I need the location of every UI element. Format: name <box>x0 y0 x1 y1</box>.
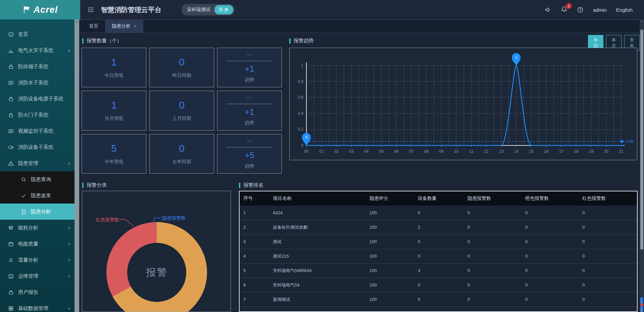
svg-text:01: 01 <box>319 149 324 154</box>
sidebar-item-video-monitor[interactable]: 视频监控子系统 <box>0 123 75 139</box>
stat-label: 今日用电 <box>105 73 123 79</box>
tab-danger-analysis[interactable]: 隐患分析 × <box>105 20 143 33</box>
app-header: Acrel 智慧消防管理云平台 安科瑞测试 切 换 2 ? admin Engl… <box>0 0 644 19</box>
table-row[interactable]: 6安科瑞电气541000000 <box>240 278 637 292</box>
sidebar-item-label: 基础数据管理 <box>18 305 48 312</box>
alarm-rank-table-card: 序号 项目名称 隐患评分 设备数量 隐患报警数 橙色报警数 红色报警数 1432… <box>239 191 638 312</box>
svg-text:05: 05 <box>379 149 384 154</box>
stat-card-day-trend: +-- +1 趋势 <box>217 48 282 87</box>
title-accent-bar <box>82 183 84 188</box>
sidebar-item-ops-management[interactable]: 运维管理 ∨ <box>0 268 75 284</box>
sidebar-item-smoke-control[interactable]: 防排烟子系统 <box>0 58 75 75</box>
sidebar-item-fire-door[interactable]: 防火门子系统 <box>0 107 75 123</box>
alarm-trend-line-chart[interactable]: 00.20.40.60.8100010203040506070809101112… <box>290 48 637 160</box>
broadcast-speaker-icon[interactable] <box>545 6 551 13</box>
content: 报警数量（个） 1 今日用电 0 昨日同期 +-- +1 趋势 1 当月用电 <box>79 33 640 312</box>
chevron-down-icon: ∨ <box>68 258 70 262</box>
calendar-check-icon <box>8 273 14 279</box>
sidebar-item-fire-water[interactable]: 消防水子系统 <box>0 75 75 91</box>
hidden-danger-submenu: 隐患查询 隐患派发 隐患分析 <box>0 171 75 220</box>
logo-text: Acrel <box>34 5 58 15</box>
sidebar-item-label: 运维管理 <box>18 273 38 279</box>
table-row[interactable]: 143241000000 <box>240 206 637 220</box>
calendar-icon <box>8 241 14 247</box>
sidebar-item-danger-analysis[interactable]: 隐患分析 <box>0 204 75 220</box>
main-area: 首页 隐患分析 × 报警数量（个） 1 今日用电 0 昨日同期 +-- +1 <box>79 19 640 312</box>
lock-icon <box>8 96 14 102</box>
stat-value: 5 <box>111 143 117 154</box>
switch-project-button[interactable]: 切 换 <box>214 5 233 14</box>
table-row[interactable]: 4测试2151000000 <box>240 249 637 263</box>
scroll-up-icon[interactable]: ∧ <box>641 20 643 23</box>
scrollbar-thumb[interactable] <box>640 30 643 250</box>
project-switcher: 安科瑞测试 切 换 <box>182 4 235 15</box>
stat-card-yesterday: 0 昨日同期 <box>149 48 214 87</box>
project-name: 安科瑞测试 <box>187 7 210 13</box>
scroll-down-icon[interactable]: ∨ <box>641 309 643 312</box>
stat-card-last-month: 0 上月同期 <box>149 91 214 130</box>
menu-fold-icon[interactable] <box>88 6 94 13</box>
sidebar-item-danger-query[interactable]: 隐患查询 <box>0 171 75 187</box>
tab-home[interactable]: 首页 <box>82 20 105 33</box>
sidebar-item-fire-power[interactable]: 消防设备电源子系统 <box>0 91 75 107</box>
svg-text:09: 09 <box>439 149 444 154</box>
page-scrollbar[interactable]: ∧ ∨ <box>640 19 644 312</box>
sidebar-item-demand-analysis[interactable]: 需量分析 ∨ <box>0 252 75 268</box>
chevron-down-icon: ∨ <box>68 226 70 230</box>
table-row[interactable]: 7新增测试1000000 <box>240 292 637 307</box>
stat-value: +5 <box>245 150 254 160</box>
divider <box>227 147 273 147</box>
sidebar-item-user-report[interactable]: 用户报告 <box>0 284 75 300</box>
chevron-up-icon: ∧ <box>68 161 70 166</box>
sidebar-item-energy-analysis[interactable]: 能耗分析 ∨ <box>0 220 75 236</box>
camera-icon <box>8 144 14 150</box>
table-row[interactable]: 2设备拓扑测试勿删1002000 <box>240 220 637 234</box>
table-row-partial <box>240 307 637 312</box>
language-switch[interactable]: English <box>616 7 633 13</box>
tab-label: 首页 <box>89 23 98 29</box>
scroll-up-icon[interactable]: ∧ <box>75 19 79 24</box>
column-header: 橙色报警数 <box>522 191 579 206</box>
stat-label: 昨日同期 <box>172 73 191 79</box>
sidebar-item-electrical-fire[interactable]: 电气火灾子系统 ∨ <box>0 42 75 58</box>
stat-card-last-year: 0 去年同期 <box>149 134 214 174</box>
user-menu[interactable]: admin <box>593 7 607 13</box>
alarm-trend-section-title: 报警趋势 <box>289 38 314 44</box>
sidebar-item-base-data[interactable]: 基础数据管理 ∨ <box>0 300 75 312</box>
home-icon <box>8 32 14 37</box>
svg-text:02: 02 <box>334 149 339 154</box>
stat-value: 1 <box>111 99 117 111</box>
svg-text:07: 07 <box>409 149 414 154</box>
alarm-count-grid: 1 今日用电 0 昨日同期 +-- +1 趋势 1 当月用电 0 上月同期 <box>82 48 282 174</box>
chevron-down-icon: ∨ <box>68 242 70 246</box>
stat-value: 0 <box>179 99 185 111</box>
svg-text:12: 12 <box>484 149 489 154</box>
sidebar-item-label: 电能质量 <box>18 241 38 247</box>
sidebar-item-label: 隐患分析 <box>31 209 51 215</box>
svg-text:14: 14 <box>514 149 519 154</box>
svg-text:00: 00 <box>304 149 309 154</box>
video-icon <box>8 128 14 134</box>
sidebar-item-label: 消防设备电源子系统 <box>18 96 63 102</box>
tab-bar: 首页 隐患分析 × <box>79 19 640 33</box>
close-icon[interactable]: × <box>134 24 137 29</box>
sidebar-item-fire-equipment[interactable]: 消防设备子系统 <box>0 139 75 155</box>
notification-bell[interactable]: 2 <box>561 6 567 14</box>
stat-value: +1 <box>245 64 254 74</box>
sidebar-scrollbar[interactable]: ∧ <box>75 19 79 312</box>
table-row[interactable]: 3测试1000000 <box>240 234 637 249</box>
sidebar-item-home[interactable]: 首页 <box>0 26 75 42</box>
alert-dot <box>640 303 643 306</box>
help-icon[interactable]: ? <box>577 6 584 13</box>
stat-card-this-month: 1 当月用电 <box>82 91 146 130</box>
sidebar-item-hidden-danger[interactable]: 隐患管理 ∧ <box>0 155 75 171</box>
sidebar-item-power-quality[interactable]: 电能质量 ∨ <box>0 236 75 252</box>
sidebar-item-danger-dispatch[interactable]: 隐患派发 <box>0 187 75 204</box>
sidebar-item-label: 需量分析 <box>18 257 38 263</box>
table-row[interactable]: 5安科瑞电气54656341003000 <box>240 263 637 278</box>
svg-text:13: 13 <box>499 149 504 154</box>
sidebar-item-label: 视频监控子系统 <box>18 128 53 134</box>
sidebar-item-label: 防火门子系统 <box>18 112 48 118</box>
alarm-class-chart-card: 报警 红色报警数 隐患报警数 <box>82 191 231 312</box>
stat-card-year-trend: +-- +5 趋势 <box>217 134 282 174</box>
